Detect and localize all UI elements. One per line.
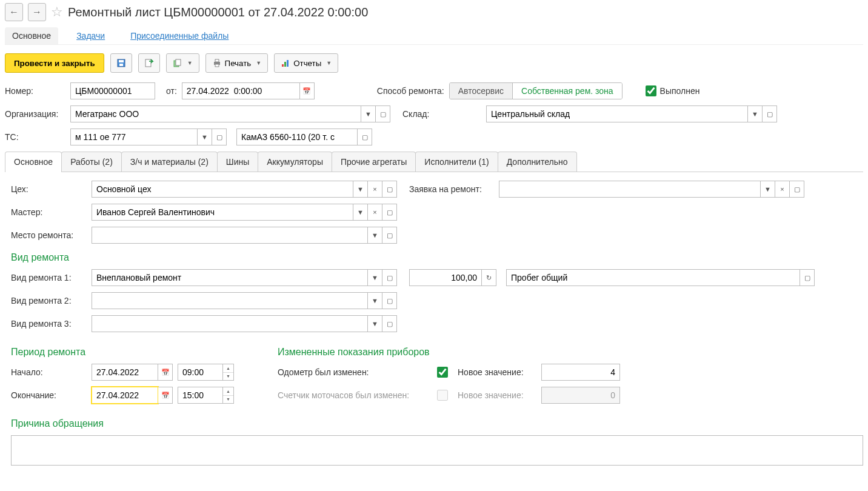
svg-rect-9 <box>282 64 284 67</box>
toggle-own-zone[interactable]: Собственная рем. зона <box>513 83 622 99</box>
odometer-value-input[interactable] <box>409 269 482 286</box>
repair-type1-input[interactable] <box>92 269 368 286</box>
dropdown-arrow-icon: ▼ <box>187 60 193 66</box>
subtab-other[interactable]: Прочие агрегаты <box>332 152 416 172</box>
tab-main[interactable]: Основное <box>5 27 58 44</box>
from-label: от: <box>166 86 177 96</box>
start-label: Начало: <box>11 367 87 377</box>
end-time-input[interactable] <box>178 387 223 404</box>
subtab-batteries[interactable]: Аккумуляторы <box>258 152 332 172</box>
org-input[interactable] <box>70 105 361 122</box>
reason-textarea[interactable] <box>11 435 863 466</box>
warehouse-input[interactable] <box>486 105 748 122</box>
dropdown-button[interactable]: ▼ <box>761 181 775 198</box>
save-button[interactable] <box>110 53 132 73</box>
request-input[interactable] <box>499 181 761 198</box>
repair-place-input[interactable] <box>92 227 368 244</box>
calendar-button[interactable]: 📅 <box>158 364 173 381</box>
svg-rect-5 <box>176 59 181 65</box>
calendar-button[interactable]: 📅 <box>158 387 173 404</box>
odometer-changed-label: Одометр был изменен: <box>278 367 432 377</box>
open-button[interactable]: ▢ <box>800 269 815 286</box>
dropdown-button[interactable]: ▼ <box>368 227 382 244</box>
svg-rect-2 <box>119 64 123 66</box>
odometer-changed-checkbox[interactable] <box>437 367 448 378</box>
subtab-works[interactable]: Работы (2) <box>61 152 122 172</box>
toggle-autoservice[interactable]: Автосервис <box>450 83 513 99</box>
open-button[interactable]: ▢ <box>763 105 777 122</box>
open-button[interactable]: ▢ <box>382 292 397 309</box>
post-and-close-button[interactable]: Провести и закрыть <box>5 53 104 73</box>
copy-button[interactable]: ▼ <box>166 53 199 73</box>
svg-rect-11 <box>287 60 289 67</box>
clear-button[interactable]: × <box>368 181 382 198</box>
period-section-title: Период ремонта <box>11 347 253 358</box>
clear-button[interactable]: × <box>775 181 790 198</box>
dropdown-button[interactable]: ▼ <box>368 315 382 332</box>
workshop-input[interactable] <box>92 181 353 198</box>
open-button[interactable]: ▢ <box>382 315 397 332</box>
open-button[interactable]: ▢ <box>376 105 390 122</box>
subtab-parts[interactable]: З/ч и материалы (2) <box>121 152 218 172</box>
repair-type2-input[interactable] <box>92 292 368 309</box>
mileage-type-input[interactable] <box>506 269 800 286</box>
spinner-up[interactable]: ▲ <box>223 387 233 396</box>
subtab-main[interactable]: Основное <box>5 152 62 172</box>
spinner-down[interactable]: ▼ <box>223 396 233 404</box>
dropdown-arrow-icon: ▼ <box>256 60 261 66</box>
open-button[interactable]: ▢ <box>790 181 804 198</box>
request-label: Заявка на ремонт: <box>409 184 494 194</box>
calendar-button[interactable]: 📅 <box>300 82 315 99</box>
motohours-new-value-label: Новое значение: <box>458 390 536 400</box>
org-label: Организация: <box>5 109 65 119</box>
clear-button[interactable]: × <box>368 204 382 221</box>
open-button[interactable]: ▢ <box>382 204 397 221</box>
repair-type1-label: Вид ремонта 1: <box>11 273 87 282</box>
favorite-star-icon[interactable]: ☆ <box>51 4 63 20</box>
open-button[interactable]: ▢ <box>358 129 372 145</box>
motohours-new-value-input <box>541 387 620 404</box>
time-spinner: ▲ ▼ <box>223 364 234 381</box>
open-button[interactable]: ▢ <box>212 129 227 145</box>
completed-checkbox-wrapper[interactable]: Выполнен <box>646 85 700 96</box>
repair-place-label: Место ремонта: <box>11 230 87 240</box>
number-input[interactable] <box>70 82 155 99</box>
forward-button[interactable]: → <box>28 3 46 21</box>
tab-attached[interactable]: Присоединенные файлы <box>123 27 236 44</box>
start-date-input[interactable] <box>92 364 158 381</box>
reports-button[interactable]: Отчеты ▼ <box>274 53 338 73</box>
vehicle-model-input[interactable] <box>236 129 358 145</box>
dropdown-button[interactable]: ▼ <box>198 129 212 145</box>
spinner-up[interactable]: ▲ <box>223 364 233 373</box>
dropdown-button[interactable]: ▼ <box>361 105 376 122</box>
open-button[interactable]: ▢ <box>382 181 397 198</box>
back-button[interactable]: ← <box>5 3 23 21</box>
subtab-tires[interactable]: Шины <box>217 152 258 172</box>
start-time-input[interactable] <box>178 364 223 381</box>
tab-tasks[interactable]: Задачи <box>69 27 112 44</box>
odometer-new-value-input[interactable] <box>541 364 620 381</box>
dropdown-button[interactable]: ▼ <box>368 269 382 286</box>
spinner-down[interactable]: ▼ <box>223 373 233 381</box>
repair-method-label: Способ ремонта: <box>377 86 444 96</box>
repair-type3-input[interactable] <box>92 315 368 332</box>
dropdown-button[interactable]: ▼ <box>353 204 368 221</box>
dropdown-button[interactable]: ▼ <box>368 292 382 309</box>
post-button[interactable] <box>138 53 160 73</box>
dropdown-button[interactable]: ▼ <box>748 105 763 122</box>
subtab-additional[interactable]: Дополнительно <box>498 152 577 172</box>
open-button[interactable]: ▢ <box>382 227 397 244</box>
dropdown-button[interactable]: ▼ <box>353 181 368 198</box>
end-date-input[interactable] <box>92 387 158 404</box>
ts-input[interactable] <box>70 129 198 145</box>
completed-checkbox[interactable] <box>646 85 656 96</box>
open-button[interactable]: ▢ <box>382 269 397 286</box>
top-tabs: Основное Задачи Присоединенные файлы <box>5 27 863 45</box>
save-icon <box>116 58 126 68</box>
date-input[interactable] <box>182 82 300 99</box>
refresh-button[interactable]: ↻ <box>482 269 496 286</box>
subtab-performers[interactable]: Исполнители (1) <box>415 152 498 172</box>
repair-type3-label: Вид ремонта 3: <box>11 319 87 329</box>
master-input[interactable] <box>92 204 353 221</box>
print-button[interactable]: Печать ▼ <box>205 53 269 73</box>
